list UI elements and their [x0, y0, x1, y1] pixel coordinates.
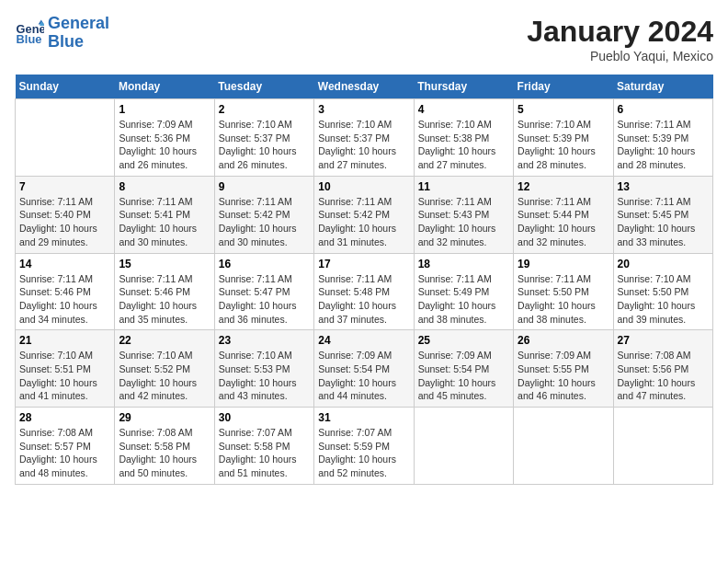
sunrise-time: 7:10 AM [256, 119, 292, 130]
daylight-label: Daylight: [318, 300, 358, 311]
day-info: Sunrise: 7:10 AM Sunset: 5:39 PM Dayligh… [518, 118, 609, 172]
day-number: 28 [19, 411, 110, 424]
sunset-label: Sunset: [318, 209, 354, 220]
day-info: Sunrise: 7:07 AM Sunset: 5:58 PM Dayligh… [219, 426, 310, 480]
table-row: 11 Sunrise: 7:11 AM Sunset: 5:43 PM Dayl… [414, 176, 513, 253]
sunset-time: 5:58 PM [154, 441, 190, 452]
sunset-label: Sunset: [219, 209, 255, 220]
logo-text-line2: Blue [48, 33, 109, 52]
day-number: 24 [318, 334, 409, 347]
sunrise-label: Sunrise: [219, 427, 256, 438]
calendar-week-row: 7 Sunrise: 7:11 AM Sunset: 5:40 PM Dayli… [16, 176, 713, 253]
sunset-label: Sunset: [418, 132, 454, 144]
sunrise-time: 7:10 AM [57, 350, 93, 361]
table-row: 12 Sunrise: 7:11 AM Sunset: 5:44 PM Dayl… [514, 176, 613, 253]
month-year-title: January 2024 [527, 15, 713, 49]
calendar-week-row: 28 Sunrise: 7:08 AM Sunset: 5:57 PM Dayl… [16, 408, 713, 485]
table-row: 13 Sunrise: 7:11 AM Sunset: 5:45 PM Dayl… [613, 176, 712, 253]
sunrise-time: 7:09 AM [157, 119, 193, 130]
daylight-label: Daylight: [518, 223, 558, 234]
day-number: 20 [618, 258, 709, 270]
day-number: 16 [219, 258, 310, 270]
calendar-week-row: 21 Sunrise: 7:10 AM Sunset: 5:51 PM Dayl… [16, 330, 713, 408]
day-info: Sunrise: 7:11 AM Sunset: 5:43 PM Dayligh… [418, 195, 509, 249]
day-info: Sunrise: 7:09 AM Sunset: 5:54 PM Dayligh… [318, 349, 409, 403]
daylight-label: Daylight: [318, 454, 358, 465]
daylight-label: Daylight: [518, 377, 558, 388]
day-info: Sunrise: 7:11 AM Sunset: 5:49 PM Dayligh… [418, 272, 509, 327]
day-info: Sunrise: 7:10 AM Sunset: 5:50 PM Dayligh… [618, 272, 709, 327]
location-subtitle: Pueblo Yaqui, Mexico [527, 49, 713, 63]
day-number: 17 [318, 258, 409, 270]
daylight-label: Daylight: [318, 145, 358, 156]
day-number: 9 [219, 180, 310, 193]
sunset-time: 5:48 PM [354, 286, 390, 297]
day-info: Sunrise: 7:10 AM Sunset: 5:52 PM Dayligh… [119, 349, 210, 403]
sunrise-label: Sunrise: [119, 350, 156, 361]
col-wednesday: Wednesday [314, 75, 414, 99]
table-row: 19 Sunrise: 7:11 AM Sunset: 5:50 PM Dayl… [514, 253, 613, 330]
day-number: 1 [119, 103, 210, 116]
daylight-label: Daylight: [119, 223, 159, 234]
sunrise-time: 7:09 AM [357, 350, 392, 361]
day-info: Sunrise: 7:11 AM Sunset: 5:44 PM Dayligh… [518, 195, 609, 249]
sunrise-label: Sunrise: [219, 273, 256, 284]
day-number: 15 [119, 258, 210, 270]
sunset-label: Sunset: [119, 132, 154, 144]
day-info: Sunrise: 7:08 AM Sunset: 5:56 PM Dayligh… [618, 349, 709, 403]
calendar-week-row: 14 Sunrise: 7:11 AM Sunset: 5:46 PM Dayl… [16, 253, 713, 330]
sunrise-label: Sunrise: [318, 350, 356, 361]
daylight-label: Daylight: [19, 300, 60, 311]
daylight-label: Daylight: [518, 300, 558, 311]
sunset-time: 5:47 PM [254, 286, 290, 297]
sunset-label: Sunset: [518, 363, 553, 374]
daylight-label: Daylight: [219, 377, 259, 388]
table-row: 23 Sunrise: 7:10 AM Sunset: 5:53 PM Dayl… [214, 330, 313, 408]
sunrise-time: 7:11 AM [456, 273, 492, 284]
sunrise-time: 7:11 AM [256, 196, 292, 207]
sunrise-label: Sunrise: [418, 119, 456, 130]
sunset-label: Sunset: [518, 209, 553, 220]
table-row: 5 Sunrise: 7:10 AM Sunset: 5:39 PM Dayli… [514, 99, 613, 177]
sunset-time: 5:54 PM [354, 363, 390, 374]
day-info: Sunrise: 7:08 AM Sunset: 5:57 PM Dayligh… [19, 426, 110, 480]
calendar-header-row: Sunday Monday Tuesday Wednesday Thursday… [16, 75, 713, 99]
table-row: 16 Sunrise: 7:11 AM Sunset: 5:47 PM Dayl… [214, 253, 313, 330]
sunrise-label: Sunrise: [518, 350, 555, 361]
sunrise-time: 7:08 AM [655, 350, 691, 361]
day-number: 23 [219, 334, 310, 347]
sunset-time: 5:42 PM [254, 209, 290, 220]
sunset-time: 5:50 PM [653, 286, 688, 297]
sunrise-time: 7:11 AM [655, 119, 691, 130]
sunrise-time: 7:09 AM [456, 350, 492, 361]
daylight-label: Daylight: [219, 454, 259, 465]
sunset-label: Sunset: [219, 286, 255, 297]
daylight-label: Daylight: [119, 145, 159, 156]
day-info: Sunrise: 7:10 AM Sunset: 5:37 PM Dayligh… [318, 118, 409, 172]
sunset-time: 5:56 PM [653, 363, 688, 374]
sunset-time: 5:39 PM [553, 132, 589, 144]
day-info: Sunrise: 7:11 AM Sunset: 5:39 PM Dayligh… [618, 118, 709, 172]
sunset-time: 5:53 PM [254, 363, 290, 374]
daylight-label: Daylight: [418, 223, 459, 234]
sunset-label: Sunset: [618, 286, 654, 297]
sunset-label: Sunset: [418, 286, 454, 297]
day-number: 19 [518, 258, 609, 270]
day-number: 12 [518, 180, 609, 193]
logo: General Blue General Blue [15, 15, 109, 52]
sunrise-label: Sunrise: [518, 273, 555, 284]
sunrise-time: 7:11 AM [157, 273, 193, 284]
sunrise-label: Sunrise: [318, 196, 356, 207]
day-number: 3 [318, 103, 409, 116]
day-info: Sunrise: 7:11 AM Sunset: 5:47 PM Dayligh… [219, 272, 310, 327]
sunrise-label: Sunrise: [219, 350, 256, 361]
sunrise-label: Sunrise: [418, 350, 456, 361]
day-number: 21 [19, 334, 110, 347]
sunset-time: 5:46 PM [154, 286, 190, 297]
daylight-label: Daylight: [19, 377, 60, 388]
sunrise-label: Sunrise: [318, 119, 356, 130]
sunrise-label: Sunrise: [219, 119, 256, 130]
sunrise-time: 7:11 AM [357, 196, 392, 207]
sunset-time: 5:58 PM [254, 441, 290, 452]
sunrise-label: Sunrise: [618, 350, 655, 361]
